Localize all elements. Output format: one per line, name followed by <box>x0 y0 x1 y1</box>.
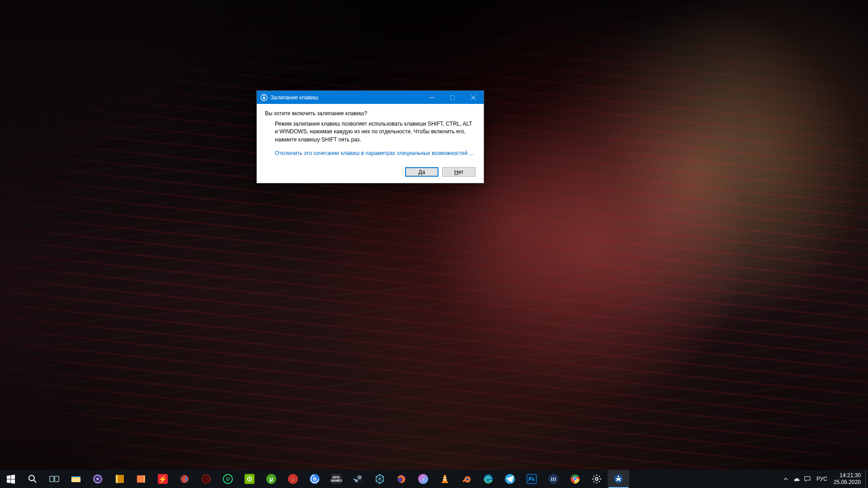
maximize-button <box>442 91 463 104</box>
clock-date: 25.06.2020 <box>834 479 861 486</box>
show-desktop-button[interactable] <box>865 470 868 488</box>
dialog-titlebar[interactable]: Залипание клавиш <box>257 91 484 104</box>
edge-app[interactable] <box>477 470 499 488</box>
unity-app[interactable] <box>369 470 391 488</box>
dialog-description: Режим залипания клавиш позволяет использ… <box>275 120 476 144</box>
obs-app[interactable] <box>87 470 108 488</box>
itunes-app[interactable]: ♪ <box>412 470 434 488</box>
svg-point-17 <box>313 478 316 480</box>
steam-app[interactable] <box>347 470 369 488</box>
dialog-button-row: Да Нет <box>257 163 484 183</box>
word-processor-app[interactable]: Ш <box>542 470 564 488</box>
antivirus-app[interactable]: ⚡ <box>152 470 174 488</box>
tray-overflow-button[interactable] <box>780 470 791 488</box>
svg-rect-11 <box>137 475 143 483</box>
svg-rect-14 <box>185 477 187 481</box>
action-center-button[interactable] <box>802 470 813 488</box>
ease-of-access-icon <box>260 94 268 101</box>
nvidia-app[interactable] <box>239 470 260 488</box>
dialog-question: Вы хотите включить залипание клавиш? <box>265 110 476 117</box>
epic-games-app[interactable]: EPICGAMES <box>326 470 347 488</box>
svg-point-16 <box>249 478 250 479</box>
svg-point-34 <box>618 476 619 478</box>
onenote-app[interactable] <box>130 470 152 488</box>
svg-point-27 <box>466 478 469 481</box>
chrome-app[interactable] <box>564 470 586 488</box>
taskbar-tray-area: РУС 14:21:30 25.06.2020 <box>780 470 868 488</box>
svg-rect-4 <box>50 476 54 482</box>
svg-rect-25 <box>443 479 447 480</box>
clock[interactable]: 14:21:30 25.06.2020 <box>831 470 865 488</box>
svg-rect-23 <box>442 482 448 483</box>
svg-point-8 <box>96 478 99 480</box>
dialog-body: Вы хотите включить залипание клавиш? Реж… <box>257 104 484 163</box>
game-client-app[interactable] <box>195 470 217 488</box>
svg-point-32 <box>595 478 598 480</box>
downloader-app[interactable]: ↓ <box>282 470 304 488</box>
svg-point-3 <box>29 475 34 481</box>
onedrive-tray-icon[interactable] <box>791 470 802 488</box>
dialog-title: Залипание клавиш <box>270 94 318 101</box>
svg-rect-10 <box>118 475 124 483</box>
uplay-refresh-app[interactable]: U <box>217 470 239 488</box>
settings-app[interactable] <box>586 470 608 488</box>
ubisoft-app[interactable] <box>304 470 326 488</box>
svg-rect-6 <box>71 476 80 477</box>
svg-point-20 <box>359 477 360 478</box>
clock-time: 14:21:30 <box>834 472 861 479</box>
svg-point-1 <box>264 95 265 96</box>
task-view-button[interactable] <box>43 470 65 488</box>
svg-rect-12 <box>143 475 145 483</box>
vlc-app[interactable] <box>434 470 456 488</box>
telegram-app[interactable] <box>499 470 521 488</box>
start-button[interactable] <box>0 470 22 488</box>
file-explorer[interactable] <box>65 470 87 488</box>
notes-app[interactable] <box>108 470 130 488</box>
language-indicator[interactable]: РУС <box>813 470 831 488</box>
svg-point-31 <box>574 478 576 480</box>
no-button[interactable]: Нет <box>442 167 476 177</box>
svg-point-18 <box>354 474 363 483</box>
firefox-app[interactable] <box>391 470 412 488</box>
utorrent-app[interactable]: µ <box>260 470 282 488</box>
svg-rect-24 <box>443 477 446 478</box>
disable-shortcut-link[interactable]: Отключить это сочетание клавиш в парамет… <box>275 150 476 156</box>
taskbar: ⚡Uµ↓EPICGAMES♪PsШ РУС 14:21:30 25.06.202… <box>0 470 868 488</box>
accessibility-app[interactable] <box>608 470 629 488</box>
sticky-keys-dialog: Залипание клавиш Вы хотите включить зали… <box>256 90 484 183</box>
blender-app[interactable] <box>456 470 477 488</box>
svg-rect-2 <box>451 95 455 99</box>
svg-rect-5 <box>55 476 59 482</box>
ccleaner-app[interactable] <box>174 470 195 488</box>
taskbar-pinned-area: ⚡Uµ↓EPICGAMES♪PsШ <box>0 470 629 488</box>
close-button[interactable] <box>463 91 484 104</box>
minimize-button[interactable] <box>421 91 442 104</box>
yes-button[interactable]: Да <box>405 167 439 177</box>
photoshop-app[interactable]: Ps <box>521 470 542 488</box>
desktop-wallpaper <box>0 0 868 488</box>
search-button[interactable] <box>22 470 43 488</box>
